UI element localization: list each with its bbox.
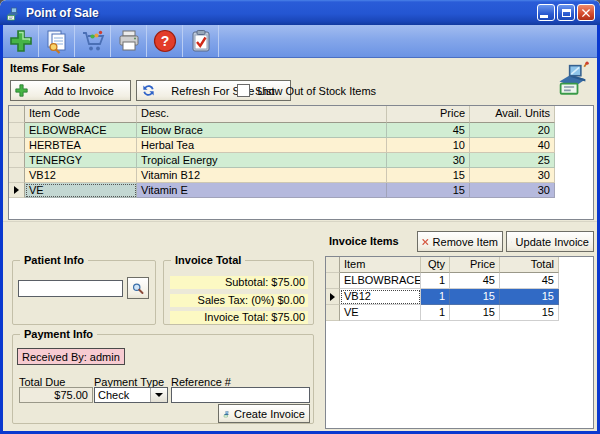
row-selector [9, 183, 25, 198]
pos-terminal-icon [554, 60, 592, 98]
cell-desc: Vitamin E [137, 183, 387, 198]
cell-units: 30 [470, 168, 555, 183]
col-avail-units: Avail. Units [470, 106, 555, 123]
items-for-sale-table: Item Code Desc. Price Avail. Units ELBOW… [8, 105, 594, 220]
add-to-invoice-label: Add to Invoice [32, 85, 126, 97]
invoice-items-title: Invoice Items [329, 235, 399, 247]
update-invoice-button[interactable]: Update Invoice [506, 231, 594, 252]
red-x-icon [422, 235, 429, 249]
help-icon: ? [152, 28, 178, 54]
show-out-of-stock-label: Show Out of Stock Items [255, 85, 376, 97]
close-icon [581, 8, 591, 18]
cell-price: 45 [450, 273, 500, 289]
table-row-selected[interactable]: VE Vitamin E 15 30 [9, 183, 593, 198]
cell-qty: 1 [421, 273, 450, 289]
remove-item-label: Remove Item [433, 236, 498, 248]
payment-info-group: Payment Info Received By: admin Total Du… [12, 334, 314, 424]
row-selector [9, 123, 25, 138]
col-price: Price [450, 257, 500, 273]
browse-documents-icon [44, 28, 70, 54]
invoice-row[interactable]: ELBOWBRACE 1 45 45 [326, 273, 593, 289]
invoice-row[interactable]: VE 1 15 15 [326, 305, 593, 321]
payment-info-title: Payment Info [20, 328, 97, 340]
toolbar-browse-items-button[interactable] [39, 25, 75, 57]
row-selector [326, 273, 340, 289]
cell-desc: Elbow Brace [137, 123, 387, 138]
cell-item-code: ELBOWBRACE [25, 123, 137, 138]
remove-item-button[interactable]: Remove Item [417, 231, 503, 252]
toolbar-tasks-button[interactable] [183, 25, 219, 57]
patient-search-input[interactable] [18, 280, 123, 297]
toolbar: ? [3, 25, 597, 58]
cell-item: ELBOWBRACE [340, 273, 421, 289]
window-controls [537, 4, 595, 21]
maximize-button[interactable] [557, 4, 575, 21]
cell-qty: 1 [421, 305, 450, 321]
refresh-icon [141, 83, 156, 98]
col-qty: Qty [421, 257, 450, 273]
subtotal-value: Subtotal: $75.00 [170, 276, 308, 289]
toolbar-cart-button[interactable] [75, 25, 111, 57]
cell-price: 15 [387, 183, 470, 198]
minimize-icon [540, 15, 548, 18]
row-selector [9, 153, 25, 168]
toolbar-help-button[interactable]: ? [147, 25, 183, 57]
items-table-header: Item Code Desc. Price Avail. Units [9, 106, 593, 123]
invoice-total-title: Invoice Total [171, 254, 245, 266]
window-title: Point of Sale [26, 6, 537, 20]
col-item: Item [340, 257, 421, 273]
magnifier-icon [132, 281, 144, 296]
current-row-arrow-icon [14, 186, 19, 194]
col-desc: Desc. [137, 106, 387, 123]
show-out-of-stock-checkbox[interactable] [237, 84, 250, 97]
table-row[interactable]: TENERGY Tropical Energy 30 25 [9, 153, 593, 168]
reference-input[interactable] [171, 387, 310, 403]
maximize-icon [562, 9, 571, 17]
add-icon [8, 28, 34, 54]
header-selector-cell [9, 106, 25, 123]
patient-info-group: Patient Info [12, 260, 156, 325]
row-selector [9, 168, 25, 183]
table-row[interactable]: VB12 Vitamin B12 15 30 [9, 168, 593, 183]
patient-search-button[interactable] [127, 277, 149, 299]
add-to-invoice-button[interactable]: Add to Invoice [10, 80, 131, 101]
payment-type-select[interactable]: Check [94, 387, 168, 403]
cell-desc: Tropical Energy [137, 153, 387, 168]
row-selector [326, 289, 340, 305]
cell-item-code: VE [25, 183, 137, 198]
cell-item-code: TENERGY [25, 153, 137, 168]
title-bar: Point of Sale [0, 0, 600, 25]
toolbar-print-button[interactable] [111, 25, 147, 57]
cell-desc: Herbal Tea [137, 138, 387, 153]
close-button[interactable] [577, 4, 595, 21]
cell-price: 15 [387, 168, 470, 183]
main-content: Items For Sale Add to Invoice Refresh Fo… [3, 58, 597, 431]
cell-price: 45 [387, 123, 470, 138]
col-price: Price [387, 106, 470, 123]
cell-price: 15 [450, 289, 500, 305]
plus-icon [15, 84, 28, 97]
cell-item: VE [340, 305, 421, 321]
cell-units: 40 [470, 138, 555, 153]
update-invoice-label: Update Invoice [516, 236, 589, 248]
create-invoice-button[interactable]: Create Invoice [218, 404, 310, 423]
cell-price: 30 [387, 153, 470, 168]
table-row[interactable]: ELBOWBRACE Elbow Brace 45 20 [9, 123, 593, 138]
cell-units: 25 [470, 153, 555, 168]
table-row[interactable]: HERBTEA Herbal Tea 10 40 [9, 138, 593, 153]
invoice-row-selected[interactable]: VB12 1 15 15 [326, 289, 593, 305]
app-icon [5, 5, 21, 21]
chevron-down-icon [155, 393, 163, 397]
toolbar-add-button[interactable] [3, 25, 39, 57]
pos-terminal-icon [223, 407, 230, 421]
cell-units: 20 [470, 123, 555, 138]
col-total: Total [500, 257, 559, 273]
panel-divider [3, 221, 597, 222]
total-due-field: $75.00 [19, 387, 93, 403]
cell-price: 15 [450, 305, 500, 321]
invoice-table-header: Item Qty Price Total [326, 257, 593, 273]
minimize-button[interactable] [537, 4, 555, 21]
invoice-items-table: Item Qty Price Total ELBOWBRACE 1 45 45 … [325, 256, 594, 429]
cell-item-code: HERBTEA [25, 138, 137, 153]
header-selector-cell [326, 257, 340, 273]
